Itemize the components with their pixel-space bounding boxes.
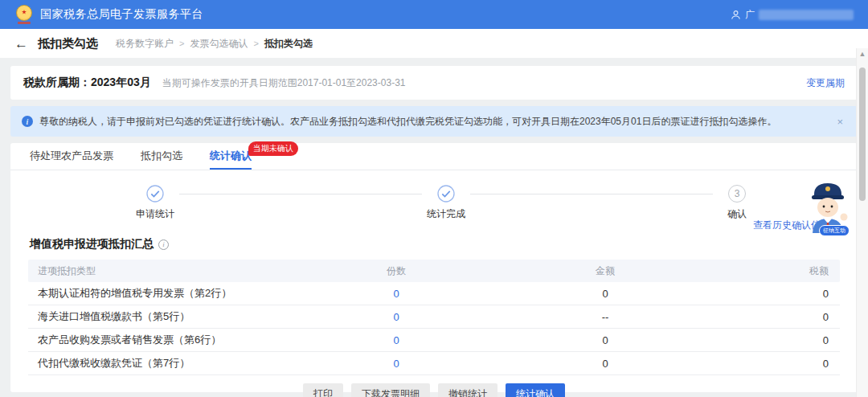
- tab-label: 抵扣勾选: [141, 149, 182, 162]
- column-header: 份数: [348, 264, 444, 278]
- back-button[interactable]: ←: [14, 37, 28, 51]
- step-connector: [470, 194, 713, 194]
- statistics-confirm-button[interactable]: 统计确认: [506, 383, 565, 397]
- table-row: 农产品收购发票或者销售发票（第6行）000: [28, 329, 840, 352]
- column-header: 金额: [444, 264, 766, 278]
- step-3: 3确认: [713, 185, 761, 221]
- step-1: 申请统计: [131, 185, 179, 221]
- user-icon: [731, 10, 741, 20]
- tax-cell: 0: [766, 288, 840, 300]
- summary-info-icon[interactable]: i: [158, 239, 169, 250]
- stepper: 申请统计统计完成3确认: [131, 185, 761, 221]
- tab-label: 统计确认: [210, 149, 252, 162]
- table-header: 进项抵扣类型份数金额税额: [28, 260, 840, 282]
- count-link[interactable]: 0: [393, 288, 399, 300]
- tab-deduction-selection[interactable]: 抵扣勾选: [141, 149, 182, 170]
- breadcrumb: 税务数字账户>发票勾选确认>抵扣类勾选: [116, 37, 313, 51]
- app-header: 国家税务总局电子发票服务平台 广: [0, 0, 868, 29]
- count-cell: 0: [348, 311, 444, 323]
- count-link[interactable]: 0: [393, 358, 399, 370]
- step-label: 申请统计: [136, 207, 174, 221]
- count-link[interactable]: 0: [393, 311, 399, 323]
- period-label: 税款所属期：: [23, 76, 91, 90]
- deduction-type-cell: 本期认证相符的增值税专用发票（第2行）: [28, 286, 348, 301]
- user-account[interactable]: 广: [731, 8, 854, 22]
- download-invoice-detail-button[interactable]: 下载发票明细: [351, 383, 430, 397]
- step-2: 统计完成: [422, 185, 470, 221]
- mascot-badge: 征纳互动: [819, 225, 850, 236]
- tax-cell: 0: [766, 358, 840, 370]
- tax-cell: 0: [766, 334, 840, 346]
- count-cell: 0: [348, 288, 444, 300]
- notice-banner: i 尊敬的纳税人，请于申报前对已勾选的凭证进行统计确认。农产品业务抵扣勾选和代扣…: [10, 106, 858, 137]
- tab-pending-agricultural-invoices[interactable]: 待处理农产品发票: [30, 149, 113, 170]
- page-title: 抵扣类勾选: [38, 36, 98, 51]
- breadcrumb-item[interactable]: 税务数字账户: [116, 37, 174, 51]
- table-body: 本期认证相符的增值税专用发票（第2行）000海关进口增值税缴款书（第5行）0--…: [28, 282, 840, 375]
- print-button[interactable]: 打印: [303, 383, 343, 397]
- scrollbar[interactable]: ▲: [856, 48, 868, 397]
- app-title: 国家税务总局电子发票服务平台: [40, 7, 203, 22]
- column-header: 税额: [766, 264, 840, 278]
- step-check-icon: [437, 185, 455, 203]
- amount-cell: 0: [444, 334, 766, 346]
- close-icon[interactable]: ×: [833, 114, 846, 129]
- deduction-type-cell: 农产品收购发票或者销售发票（第6行）: [28, 333, 348, 347]
- step-label: 确认: [727, 207, 747, 221]
- info-icon: i: [22, 116, 33, 127]
- notice-text: 尊敬的纳税人，请于申报前对已勾选的凭证进行统计确认。农产品业务抵扣勾选和代扣代缴…: [39, 115, 776, 129]
- scroll-up-arrow[interactable]: ▲: [857, 50, 868, 58]
- tab-label: 待处理农产品发票: [30, 149, 113, 162]
- period-value: 2023年03月: [91, 76, 151, 90]
- table-row: 代扣代缴税收缴款凭证（第7行）000: [28, 352, 840, 375]
- user-name-redacted: [759, 10, 854, 20]
- count-cell: 0: [348, 334, 444, 346]
- tax-period-bar: 税款所属期： 2023年03月 当期可操作发票的开具日期范围2017-01-01…: [10, 66, 858, 100]
- mascot-assistant[interactable]: 征纳互动: [805, 177, 851, 238]
- footer-buttons: 打印下载发票明细撤销统计统计确认: [10, 383, 858, 397]
- tab-statistics-confirmation[interactable]: 统计确认当期未确认: [210, 149, 252, 170]
- count-cell: 0: [348, 358, 444, 370]
- step-connector: [179, 194, 422, 194]
- step-check-icon: [146, 185, 164, 203]
- step-label: 统计完成: [427, 207, 465, 221]
- revoke-statistics-button[interactable]: 撤销统计: [438, 383, 497, 397]
- period-hint: 当期可操作发票的开具日期范围2017-01-01至2023-03-31: [162, 76, 406, 90]
- step-number-circle: 3: [728, 185, 746, 203]
- amount-cell: 0: [444, 288, 766, 300]
- unconfirmed-badge: 当期未确认: [248, 141, 298, 156]
- taxation-emblem-icon: [14, 5, 34, 24]
- amount-cell: 0: [444, 358, 766, 370]
- count-link[interactable]: 0: [393, 334, 399, 346]
- tax-cell: 0: [766, 311, 840, 323]
- breadcrumb-item[interactable]: 发票勾选确认: [190, 37, 248, 51]
- amount-cell: --: [444, 311, 766, 323]
- breadcrumb-separator: >: [179, 39, 184, 48]
- deduction-summary-table: 进项抵扣类型份数金额税额 本期认证相符的增值税专用发票（第2行）000海关进口增…: [28, 260, 840, 375]
- title-bar: ← 抵扣类勾选 税务数字账户>发票勾选确认>抵扣类勾选: [0, 29, 868, 58]
- deduction-type-cell: 海关进口增值税缴款书（第5行）: [28, 309, 348, 324]
- breadcrumb-item[interactable]: 抵扣类勾选: [264, 37, 313, 51]
- tab-bar: 待处理农产品发票抵扣勾选统计确认当期未确认: [10, 145, 858, 170]
- deduction-type-cell: 代扣代缴税收缴款凭证（第7行）: [28, 356, 348, 370]
- scrollbar-thumb[interactable]: [859, 68, 866, 201]
- table-row: 本期认证相符的增值税专用发票（第2行）000: [28, 282, 840, 305]
- user-name-prefix: 广: [745, 8, 755, 22]
- column-header: 进项抵扣类型: [28, 264, 348, 278]
- table-row: 海关进口增值税缴款书（第5行）0--0: [28, 305, 840, 329]
- summary-title: 增值税申报进项抵扣汇总: [30, 237, 154, 252]
- main-panel: 待处理农产品发票抵扣勾选统计确认当期未确认 申请统计统计完成3确认 查看历史确认…: [10, 143, 858, 392]
- breadcrumb-separator: >: [253, 39, 258, 48]
- change-period-link[interactable]: 变更属期: [806, 76, 845, 90]
- summary-title-row: 增值税申报进项抵扣汇总 i: [10, 237, 858, 252]
